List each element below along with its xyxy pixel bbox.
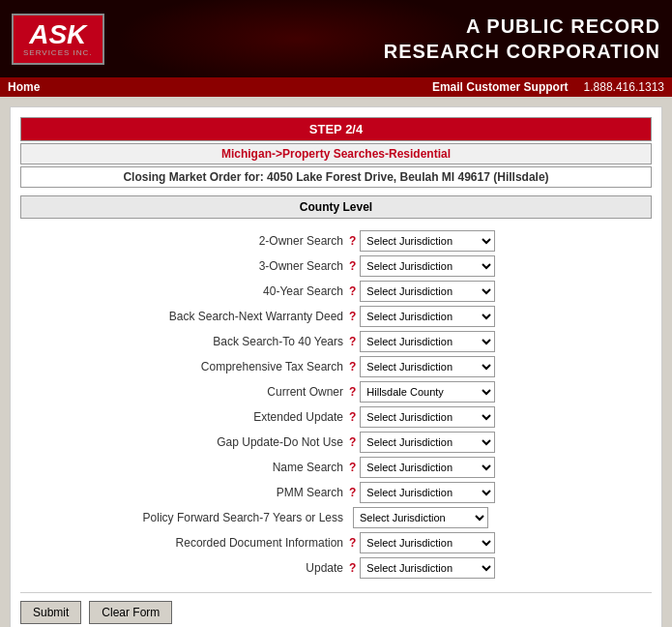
help-icon[interactable]: ? xyxy=(349,234,356,248)
help-icon[interactable]: ? xyxy=(349,536,356,550)
form-row: Policy Forward Search-7 Years or LessSel… xyxy=(20,505,652,530)
form-row: Name Search?Select JurisdictionHillsdale… xyxy=(20,455,652,480)
county-level-header: County Level xyxy=(21,196,652,219)
form-row: 40-Year Search?Select JurisdictionHillsd… xyxy=(20,279,652,304)
help-icon[interactable]: ? xyxy=(349,360,356,373)
jurisdiction-select[interactable]: Select JurisdictionHillsdale CountyState… xyxy=(360,306,495,327)
field-label: Comprehensive Tax Search xyxy=(20,360,349,373)
field-label: Recorded Document Information xyxy=(20,536,349,550)
jurisdiction-select[interactable]: Select JurisdictionHillsdale CountyState… xyxy=(360,255,495,277)
help-icon[interactable]: ? xyxy=(349,561,356,575)
help-icon[interactable]: ? xyxy=(349,461,356,474)
field-label: Back Search-Next Warranty Deed xyxy=(20,310,349,323)
field-label: Policy Forward Search-7 Years or Less xyxy=(20,511,349,524)
field-label: 3-Owner Search xyxy=(20,259,349,273)
form-row: 3-Owner Search?Select JurisdictionHillsd… xyxy=(20,254,652,279)
field-label: 2-Owner Search xyxy=(20,234,349,248)
field-label: Gap Update-Do Not Use xyxy=(20,435,349,449)
jurisdiction-select[interactable]: Select JurisdictionHillsdale CountyState… xyxy=(360,281,495,302)
form-row: Comprehensive Tax Search?Select Jurisdic… xyxy=(20,354,652,379)
field-label: Extended Update xyxy=(20,410,349,424)
form-row: PMM Search?Select JurisdictionHillsdale … xyxy=(20,480,652,505)
phone-number: 1.888.416.1313 xyxy=(584,80,664,94)
home-link[interactable]: Home xyxy=(8,80,40,94)
help-icon[interactable]: ? xyxy=(349,284,356,298)
form-row: Extended Update?Select JurisdictionHills… xyxy=(20,404,652,430)
county-section-table: County Level xyxy=(20,195,652,219)
jurisdiction-select[interactable]: Select JurisdictionHillsdale CountyState… xyxy=(360,557,495,579)
step-header: STEP 2/4 xyxy=(20,117,652,141)
navbar: Home Email Customer Support 1.888.416.13… xyxy=(0,77,672,97)
main-content: STEP 2/4 Michigan->Property Searches-Res… xyxy=(10,106,662,627)
form-row: Update?Select JurisdictionHillsdale Coun… xyxy=(20,555,652,581)
logo-sub: SERVICES INC. xyxy=(23,48,93,57)
jurisdiction-select[interactable]: Select JurisdictionHillsdale CountyState… xyxy=(360,457,495,478)
field-label: 40-Year Search xyxy=(20,284,349,298)
submit-button[interactable]: Submit xyxy=(20,601,81,624)
help-icon[interactable]: ? xyxy=(349,335,356,348)
logo: ASK SERVICES INC. xyxy=(12,14,104,65)
help-icon[interactable]: ? xyxy=(349,310,356,323)
help-icon[interactable]: ? xyxy=(349,486,356,499)
field-label: Name Search xyxy=(20,461,349,474)
address-header: Closing Market Order for: 4050 Lake Fore… xyxy=(20,166,652,188)
help-icon[interactable]: ? xyxy=(349,259,356,273)
form-row: Gap Update-Do Not Use?Select Jurisdictio… xyxy=(20,430,652,455)
field-label: PMM Search xyxy=(20,486,349,499)
help-icon[interactable]: ? xyxy=(349,385,356,399)
form-row: Recorded Document Information?Select Jur… xyxy=(20,530,652,555)
logo-text: ASK xyxy=(29,21,86,48)
field-label: Current Owner xyxy=(20,385,349,399)
help-icon[interactable]: ? xyxy=(349,410,356,424)
jurisdiction-select[interactable]: Select JurisdictionHillsdale CountyState… xyxy=(360,331,495,352)
support-link[interactable]: Email Customer Support xyxy=(432,80,569,94)
company-title: A Public Record Research Corporation xyxy=(384,14,660,64)
jurisdiction-select[interactable]: Select JurisdictionHillsdale CountyState… xyxy=(360,482,495,503)
field-label: Back Search-To 40 Years xyxy=(20,335,349,348)
button-row: Submit Clear Form xyxy=(20,592,652,627)
jurisdiction-select[interactable]: Select JurisdictionHillsdale CountyState… xyxy=(360,356,495,377)
clear-form-button[interactable]: Clear Form xyxy=(89,601,172,624)
breadcrumb: Michigan->Property Searches-Residential xyxy=(20,143,652,164)
field-label: Update xyxy=(20,561,349,575)
form-rows-container: 2-Owner Search?Select JurisdictionHillsd… xyxy=(20,224,652,584)
form-row: Back Search-Next Warranty Deed?Select Ju… xyxy=(20,304,652,329)
form-row: Current Owner?Select JurisdictionHillsda… xyxy=(20,379,652,404)
jurisdiction-select[interactable]: Select JurisdictionHillsdale CountyState… xyxy=(360,406,495,428)
jurisdiction-select[interactable]: Select JurisdictionHillsdale CountyState… xyxy=(353,507,488,528)
jurisdiction-select[interactable]: Select JurisdictionHillsdale CountyState… xyxy=(360,532,495,553)
jurisdiction-select[interactable]: Select JurisdictionHillsdale CountyState… xyxy=(360,381,495,403)
help-icon[interactable]: ? xyxy=(349,435,356,449)
form-row: Back Search-To 40 Years?Select Jurisdict… xyxy=(20,329,652,354)
header: ASK SERVICES INC. A Public Record Resear… xyxy=(0,0,672,77)
jurisdiction-select[interactable]: Select JurisdictionHillsdale CountyState… xyxy=(360,230,495,252)
form-row: 2-Owner Search?Select JurisdictionHillsd… xyxy=(20,228,652,254)
jurisdiction-select[interactable]: Select JurisdictionHillsdale CountyState… xyxy=(360,432,495,453)
